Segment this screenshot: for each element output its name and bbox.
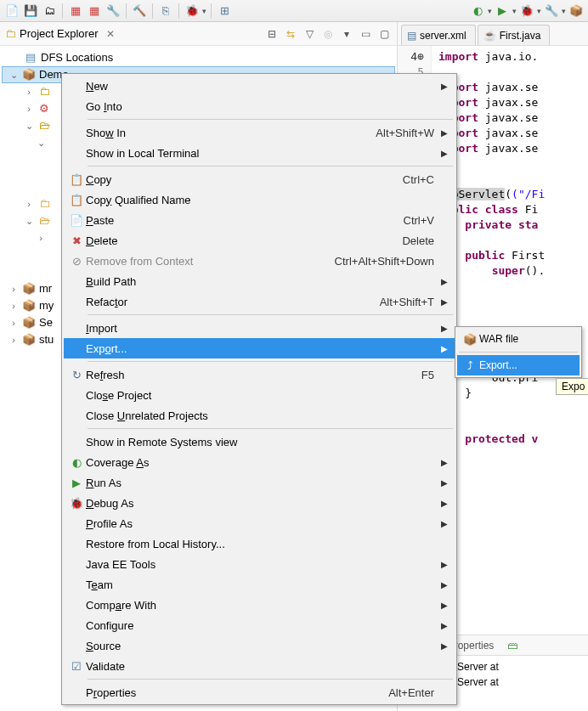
view-menu-icon[interactable]: ▾ [339, 26, 354, 42]
submenu-arrow-icon: ▶ [441, 499, 448, 508]
link-editor-icon[interactable]: ⇆ [283, 26, 298, 42]
menu-closeunrel[interactable]: Close Unrelated Projects [64, 405, 455, 426]
export-icon: ⤴ [461, 359, 479, 372]
collapse-icon[interactable]: ⌄ [24, 117, 34, 134]
editor-tabs: ▤ server.xml ☕ First.java [398, 22, 588, 46]
project-icon: 📦 [22, 282, 36, 296]
submenu-arrow-icon: ▶ [441, 82, 448, 91]
menu-separator [88, 428, 453, 429]
tooltip: Expo [556, 378, 588, 395]
submenu-export[interactable]: ⤴ Export... [457, 355, 580, 375]
newpkg-icon[interactable]: 📦 [568, 3, 585, 20]
toolbar-separator [152, 3, 153, 19]
copyqn-icon: 📋 [67, 194, 86, 206]
menu-configure[interactable]: Configure ▶ [64, 615, 455, 635]
expand-icon[interactable]: › [8, 331, 19, 348]
submenu-arrow-icon: ▶ [441, 519, 448, 528]
expand-icon[interactable]: › [8, 314, 19, 331]
toolbar-separator [211, 3, 212, 19]
menu-properties[interactable]: Properties Alt+Enter [64, 682, 455, 703]
window-icon[interactable]: ⊞ [216, 3, 233, 20]
menu-profileas[interactable]: Profile As ▶ [64, 513, 455, 533]
expand-icon[interactable]: › [24, 100, 34, 117]
focus-icon[interactable]: ◎ [320, 26, 336, 42]
submenu-warfile[interactable]: 📦 WAR file [457, 329, 580, 349]
wrench-icon[interactable]: 🔧 [105, 3, 122, 20]
debug2-icon[interactable]: 🐞 [518, 3, 535, 20]
panel-header: 🗀 Project Explorer ✕ ⊟ ⇆ ▽ ◎ ▾ ▭ ▢ [0, 22, 397, 46]
menu-closeproj[interactable]: Close Project [64, 385, 455, 405]
submenu-arrow-icon: ▶ [441, 128, 448, 138]
project-icon: 📦 [22, 68, 36, 82]
expand-icon[interactable]: › [24, 83, 34, 100]
menu-separator [459, 352, 578, 353]
menu-showin[interactable]: Show In Alt+Shift+W ▶ [64, 122, 455, 143]
menu-paste[interactable]: 📄 Paste Ctrl+V [64, 210, 455, 230]
menu-new[interactable]: New ▶ [64, 76, 455, 96]
menu-runas[interactable]: ▶ Run As ▶ [64, 472, 455, 493]
coverage-icon[interactable]: ◐ [469, 3, 486, 20]
run-icon: ▶ [67, 477, 86, 489]
menu-separator [88, 361, 453, 362]
editor-tab-serverxml[interactable]: ▤ server.xml [401, 25, 476, 45]
menu-gointo[interactable]: Go Into [64, 96, 455, 116]
close-panel-icon[interactable]: ✕ [106, 28, 115, 40]
xml-icon: ▤ [407, 30, 416, 42]
menu-showlocal[interactable]: Show in Local Terminal ▶ [64, 143, 455, 163]
menu-validate[interactable]: ☑ Validate [64, 656, 455, 676]
expand-icon[interactable]: › [24, 195, 34, 212]
build-icon[interactable]: ▦ [86, 3, 103, 20]
menu-coverage[interactable]: ◐ Coverage As ▶ [64, 452, 455, 472]
menu-source[interactable]: Source ▶ [64, 635, 455, 656]
hammer-icon[interactable]: 🔨 [131, 3, 148, 20]
menu-compare[interactable]: Compare With ▶ [64, 595, 455, 615]
project-icon: 📦 [22, 316, 36, 330]
editor-tab-firstjava[interactable]: ☕ First.java [478, 25, 551, 45]
check-icon: ☑ [67, 660, 86, 673]
deployment-icon: 🗀 [37, 85, 51, 99]
saveall-icon[interactable]: 🗂 [41, 3, 58, 20]
java-icon: ☕ [483, 30, 496, 42]
debug-icon[interactable]: 🐞 [184, 3, 201, 20]
menu-import[interactable]: Import ▶ [64, 318, 455, 338]
new-icon[interactable]: 📄 [3, 3, 20, 20]
menu-debugas[interactable]: 🐞 Debug As ▶ [64, 493, 455, 513]
minimize-icon[interactable]: ▭ [358, 26, 373, 42]
expand-icon[interactable]: › [36, 229, 46, 246]
src-folder-icon: 🗁 [37, 119, 51, 133]
run-icon[interactable]: ▶ [494, 3, 511, 20]
menu-copy[interactable]: 📋 Copy Ctrl+C [64, 169, 455, 189]
menu-javaee[interactable]: Java EE Tools ▶ [64, 554, 455, 574]
collapse-icon[interactable]: ⌄ [24, 212, 34, 229]
menu-copyqn[interactable]: 📋 Copy Qualified Name [64, 189, 455, 210]
menu-showremote[interactable]: Show in Remote Systems view [64, 432, 455, 452]
menu-export[interactable]: Export... ▶ [64, 338, 455, 358]
menu-delete[interactable]: ✖ Delete Delete [64, 230, 455, 251]
submenu-arrow-icon: ▶ [441, 344, 448, 353]
jax-icon: ⚙ [37, 102, 51, 116]
menu-team[interactable]: Team ▶ [64, 574, 455, 595]
collapse-icon[interactable]: ⌄ [36, 134, 46, 151]
menu-buildpath[interactable]: Build Path ▶ [64, 271, 455, 291]
menu-separator [88, 166, 453, 166]
maximize-icon[interactable]: ▢ [376, 26, 392, 42]
expand-icon[interactable]: › [8, 280, 19, 297]
menu-refactor[interactable]: Refactor Alt+Shift+T ▶ [64, 291, 455, 312]
save-icon[interactable]: 💾 [22, 3, 39, 20]
filter-icon[interactable]: ▽ [302, 26, 317, 42]
menu-restorelocal[interactable]: Restore from Local History... [64, 533, 455, 554]
data-sources-tab[interactable]: 🗃 [500, 636, 524, 655]
menu-removectx: ⊘ Remove from Context Ctrl+Alt+Shift+Dow… [64, 251, 455, 271]
collapse-icon[interactable]: ⌄ [8, 66, 19, 83]
outline-icon[interactable]: ▦ [67, 3, 84, 20]
expand-icon[interactable]: › [8, 297, 19, 314]
toolbar-separator [178, 3, 179, 19]
tree-item-dfs[interactable]: ▤ DFS Locations [2, 49, 395, 66]
server-icon[interactable]: ⎘ [157, 3, 174, 20]
delete-icon: ✖ [67, 234, 86, 247]
collapse-all-icon[interactable]: ⊟ [264, 26, 280, 42]
submenu-arrow-icon: ▶ [441, 297, 448, 307]
menu-separator [88, 119, 453, 120]
menu-refresh[interactable]: ↻ Refresh F5 [64, 364, 455, 385]
external-icon[interactable]: 🔧 [543, 3, 560, 20]
